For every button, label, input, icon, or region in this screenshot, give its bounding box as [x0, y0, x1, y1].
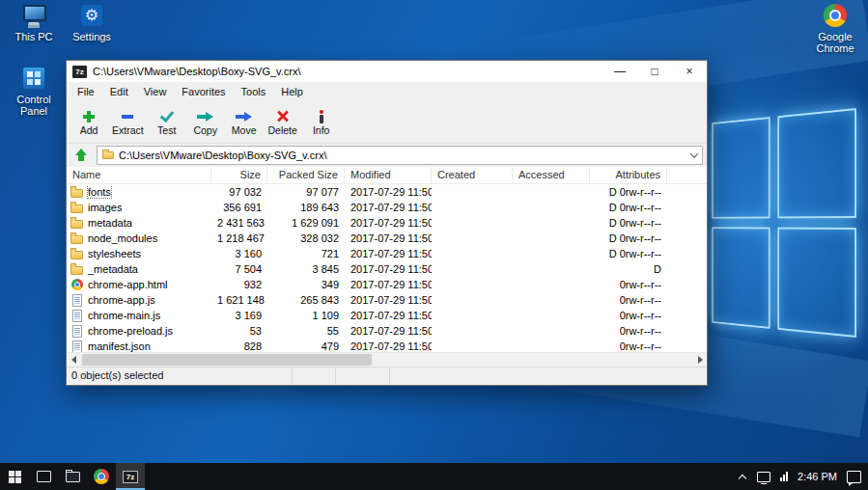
cell-attributes: D 0rw-r--r--	[590, 217, 667, 229]
file-explorer-button[interactable]	[58, 463, 87, 490]
desktop-icon-control-panel[interactable]: Control Panel	[4, 66, 64, 117]
cell-modified: 2017-07-29 11:50	[345, 232, 432, 244]
start-button[interactable]	[0, 463, 29, 490]
cell-packed-size: 189 643	[267, 202, 345, 213]
desktop-icon-settings[interactable]: Settings	[64, 3, 120, 42]
scroll-right-button[interactable]	[693, 353, 707, 367]
desktop-icon-label: Settings	[72, 31, 111, 42]
menu-item[interactable]: Favorites	[174, 82, 233, 101]
cell-attributes: 0rw-r--r--	[590, 340, 667, 352]
task-view-icon	[37, 471, 51, 482]
action-center-icon[interactable]	[847, 471, 861, 483]
toolbar-button[interactable]: Delete	[265, 104, 301, 141]
file-row[interactable]: node_modules 1 218 467 328 032 2017-07-2…	[67, 231, 707, 246]
menu-item[interactable]: Tools	[234, 82, 274, 101]
close-button[interactable]: ×	[672, 61, 707, 82]
file-name: images	[88, 202, 122, 213]
file-row[interactable]: stylesheets 3 160 721 2017-07-29 11:50 D…	[67, 246, 707, 261]
column-header[interactable]: Attributes	[590, 167, 667, 183]
windows-start-icon	[9, 471, 21, 483]
parent-folder-button[interactable]	[70, 146, 92, 165]
file-row[interactable]: metadata 2 431 563 1 629 091 2017-07-29 …	[67, 215, 707, 231]
cell-packed-size: 1 629 091	[267, 217, 345, 229]
menu-item[interactable]: View	[136, 82, 175, 101]
file-name: _metadata	[88, 263, 138, 275]
file-row[interactable]: chrome-main.js 3 169 1 109 2017-07-29 11…	[67, 308, 707, 323]
menu-item[interactable]: Help	[273, 82, 311, 101]
cell-size: 932	[211, 279, 267, 290]
address-combo[interactable]	[97, 146, 703, 165]
column-header[interactable]: Size	[211, 167, 267, 183]
combo-dropdown-button[interactable]	[686, 147, 702, 164]
file-row[interactable]: _metadata 7 504 3 845 2017-07-29 11:50 D	[67, 261, 707, 277]
file-type-icon	[70, 217, 84, 230]
cell-name: images	[67, 202, 211, 214]
column-header[interactable]: Modified	[345, 167, 432, 183]
toolbar-button[interactable]: Test	[149, 104, 185, 141]
toolbar-button[interactable]: Add	[70, 104, 107, 141]
cell-packed-size: 265 843	[267, 294, 345, 306]
settings-gear-icon	[81, 5, 102, 26]
cell-modified: 2017-07-29 11:50	[345, 340, 432, 352]
file-type-icon	[70, 202, 84, 214]
network-tray-icon[interactable]	[780, 472, 788, 481]
cell-modified: 2017-07-29 11:50	[345, 217, 432, 229]
this-pc-icon	[21, 4, 46, 27]
file-row[interactable]: images 356 691 189 643 2017-07-29 11:50 …	[67, 200, 707, 215]
cell-size: 3 160	[211, 248, 267, 259]
toolbar-button[interactable]: Extract	[109, 104, 147, 141]
titlebar[interactable]: 7z C:\Users\VMware\Desktop\Boxy-SVG_v.cr…	[67, 61, 707, 82]
column-header[interactable]: Created	[432, 167, 513, 183]
desktop-icon-this-pc[interactable]: This PC	[6, 3, 62, 42]
taskbar-clock[interactable]: 2:46 PM	[798, 471, 837, 482]
chrome-icon	[94, 469, 109, 484]
cell-packed-size: 328 032	[267, 232, 345, 244]
toolbar-button[interactable]: Move	[226, 104, 263, 141]
cell-size: 2 431 563	[211, 217, 267, 229]
menu-item[interactable]: File	[70, 82, 102, 101]
tray-expand-icon[interactable]	[739, 473, 747, 481]
chrome-taskbar-button[interactable]	[87, 463, 116, 490]
cell-attributes: D	[590, 263, 667, 275]
menu-bar: FileEditViewFavoritesToolsHelp	[67, 82, 707, 101]
scrollbar-thumb[interactable]	[82, 354, 372, 366]
column-header[interactable]: Packed Size	[267, 167, 345, 183]
toolbar-button[interactable]: Copy	[187, 104, 224, 141]
scroll-left-button[interactable]	[67, 353, 80, 367]
file-name: chrome-preload.js	[88, 325, 173, 337]
file-row[interactable]: chrome-app.js 1 621 148 265 843 2017-07-…	[67, 292, 707, 308]
display-tray-icon[interactable]	[757, 472, 770, 482]
file-name: node_modules	[88, 232, 157, 244]
file-name: manifest.json	[88, 340, 151, 352]
horizontal-scrollbar[interactable]	[67, 352, 707, 367]
7zip-taskbar-button[interactable]: 7z	[116, 463, 145, 490]
file-row[interactable]: chrome-app.html 932 349 2017-07-29 11:50…	[67, 277, 707, 292]
minimize-button[interactable]: —	[602, 61, 637, 82]
status-text: 0 object(s) selected	[67, 368, 293, 385]
menu-item[interactable]: Edit	[102, 82, 136, 101]
cell-size: 7 504	[211, 263, 267, 275]
maximize-button[interactable]: □	[637, 61, 672, 82]
cell-size: 53	[211, 325, 267, 337]
cell-packed-size: 721	[267, 248, 345, 259]
scrollbar-track[interactable]	[80, 353, 693, 367]
toolbar-button[interactable]: Info	[303, 104, 340, 141]
file-row[interactable]: manifest.json 828 479 2017-07-29 11:50 0…	[67, 339, 707, 352]
cell-attributes: 0rw-r--r--	[590, 294, 667, 306]
file-row[interactable]: fonts 97 032 97 077 2017-07-29 11:50 D 0…	[67, 184, 707, 200]
toolbar-button-label: Extract	[112, 125, 144, 136]
file-type-icon	[70, 279, 84, 291]
task-view-button[interactable]	[29, 463, 58, 490]
cell-attributes: D 0rw-r--r--	[590, 186, 667, 198]
column-header[interactable]: Name	[67, 167, 211, 183]
cell-name: node_modules	[67, 232, 211, 245]
logo-pane	[712, 227, 770, 329]
toolbar-icon	[236, 109, 252, 123]
file-row[interactable]: chrome-preload.js 53 55 2017-07-29 11:50…	[67, 323, 707, 339]
desktop-icon-google-chrome[interactable]: Google Chrome	[809, 3, 861, 54]
address-input[interactable]	[119, 147, 686, 164]
file-list: fonts 97 032 97 077 2017-07-29 11:50 D 0…	[67, 184, 707, 352]
toolbar-button-label: Delete	[268, 125, 297, 136]
taskbar: 7z 2:46 PM	[0, 463, 868, 490]
column-header[interactable]: Accessed	[513, 167, 590, 183]
